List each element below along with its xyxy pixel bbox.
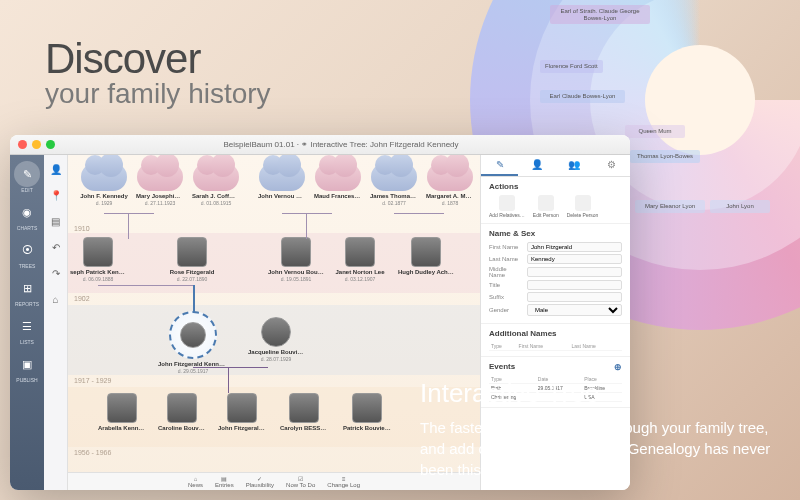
bottom-tab[interactable]: ✓Plausibility bbox=[246, 475, 274, 488]
bottom-tab[interactable]: ≡Change Log bbox=[327, 476, 360, 488]
person-card[interactable]: Jacqueline Bouvier (Kenn… d. 28.07.1929 bbox=[248, 317, 304, 362]
person-card[interactable]: Carolyn BESSETTE bbox=[280, 393, 328, 432]
sidebar-publish[interactable]: ▣ bbox=[14, 351, 40, 377]
inspector-name-sex: Name & Sex First Name Last Name Middle N… bbox=[481, 224, 630, 324]
first-name-input[interactable] bbox=[527, 242, 622, 252]
tool-undo-icon[interactable]: ↶ bbox=[48, 239, 64, 255]
gen-label: 1902 bbox=[74, 295, 90, 302]
person-card[interactable]: Arabella Kennedy bbox=[98, 393, 146, 432]
person-card[interactable]: John Vernou Bouvier I bbox=[258, 163, 306, 200]
person-card[interactable]: Caroline Bouvier Ke… bbox=[158, 393, 206, 432]
action-add-relatives[interactable]: Add Relatives… bbox=[489, 195, 525, 218]
person-card[interactable]: Rose Fitzgerald d. 22.07.1890 bbox=[164, 237, 220, 282]
hero-title: Discover bbox=[45, 35, 271, 83]
inspector-tab-person[interactable]: 👤 bbox=[518, 155, 555, 176]
tool-source-icon[interactable]: ▤ bbox=[48, 213, 64, 229]
inspector-tab-settings[interactable]: ⚙ bbox=[593, 155, 630, 176]
tool-strip: 👤 📍 ▤ ↶ ↷ ⌂ bbox=[44, 155, 68, 490]
fan-person: Earl Claude Bowes-Lyon bbox=[540, 90, 625, 103]
sidebar-reports[interactable]: ⊞ bbox=[14, 275, 40, 301]
sidebar-trees[interactable]: ⦿ bbox=[14, 237, 40, 263]
last-name-input[interactable] bbox=[527, 254, 622, 264]
person-card[interactable]: Hugh Dudley Achincloss bbox=[398, 237, 454, 276]
person-card[interactable]: John Fitzgerald Kennedy JR bbox=[218, 393, 266, 432]
person-card[interactable]: James Thomas Lee d. 02.1877 bbox=[370, 163, 418, 206]
tool-home-icon[interactable]: ⌂ bbox=[48, 291, 64, 307]
bottom-tab[interactable]: ☑Now To Do bbox=[286, 475, 315, 488]
marketing-callout: Interactive Tree The fastest way to navi… bbox=[420, 378, 780, 480]
inspector-tabs: ✎ 👤 👥 ⚙ bbox=[481, 155, 630, 177]
person-card[interactable]: Maud Frances Lee bbox=[314, 163, 362, 200]
person-card[interactable]: John Vernou Bouvier II. d. 19.05.1891 bbox=[268, 237, 324, 282]
titlebar: BeispielBaum 01.01 · ⚭ Interactive Tree:… bbox=[10, 135, 630, 155]
person-card[interactable]: Janet Norton Lee d. 03.12.1907 bbox=[332, 237, 388, 282]
bottom-tab[interactable]: ▤Entries bbox=[215, 475, 234, 488]
fan-person: John Lyon bbox=[710, 200, 770, 213]
main-sidebar: ✎ EDIT ◉ CHARTS ⦿ TREES ⊞ REPORTS ☰ LIST… bbox=[10, 155, 44, 490]
fan-person: Mary Eleanor Lyon bbox=[635, 200, 705, 213]
add-event-icon[interactable]: ⊕ bbox=[614, 362, 622, 372]
window-title: BeispielBaum 01.01 · ⚭ Interactive Tree:… bbox=[60, 140, 622, 149]
sidebar-label: CHARTS bbox=[17, 225, 37, 231]
close-icon[interactable] bbox=[18, 140, 27, 149]
tool-person-icon[interactable]: 👤 bbox=[48, 161, 64, 177]
tool-redo-icon[interactable]: ↷ bbox=[48, 265, 64, 281]
middle-name-input[interactable] bbox=[527, 267, 622, 277]
sidebar-label: LISTS bbox=[20, 339, 34, 345]
fan-person: Florence Ford Scott bbox=[540, 60, 603, 73]
sidebar-label: EDIT bbox=[21, 187, 32, 193]
person-card-selected[interactable]: John Fitzgerald Kennedy d. 29.05.1917 bbox=[158, 311, 228, 374]
gen-label: 1910 bbox=[74, 225, 90, 232]
gender-select[interactable]: Male bbox=[527, 304, 622, 316]
fan-person: Thomas Lyon-Bowes bbox=[630, 150, 700, 163]
sidebar-label: PUBLISH bbox=[16, 377, 37, 383]
gen-label: 1956 - 1966 bbox=[74, 449, 111, 456]
person-card[interactable]: seph Patrick Kennedy d. 06.09.1888 bbox=[70, 237, 126, 282]
sidebar-charts[interactable]: ◉ bbox=[14, 199, 40, 225]
sidebar-label: REPORTS bbox=[15, 301, 39, 307]
person-card[interactable]: Mary Josephine HA… d. 27.11.1923 bbox=[136, 163, 184, 206]
zoom-icon[interactable] bbox=[46, 140, 55, 149]
fan-person: Earl of Strath. Claude George Bowes-Lyon bbox=[550, 5, 650, 24]
title-input[interactable] bbox=[527, 280, 622, 290]
callout-title: Interactive Tree bbox=[420, 378, 780, 409]
sidebar-edit[interactable]: ✎ bbox=[14, 161, 40, 187]
tool-pin-icon[interactable]: 📍 bbox=[48, 187, 64, 203]
suffix-input[interactable] bbox=[527, 292, 622, 302]
inspector-additional-names: Additional Names TypeFirst NameLast Name bbox=[481, 324, 630, 357]
tree-canvas[interactable]: 1910 John F. Kennedy d. 1929 Mary Joseph… bbox=[68, 155, 480, 490]
sidebar-label: TREES bbox=[19, 263, 36, 269]
hero-subtitle: your family history bbox=[45, 78, 271, 110]
minimize-icon[interactable] bbox=[32, 140, 41, 149]
bottom-tab[interactable]: ⌂News bbox=[188, 476, 203, 488]
sidebar-lists[interactable]: ☰ bbox=[14, 313, 40, 339]
person-card[interactable]: Patrick Bouvier Kennedy bbox=[343, 393, 391, 432]
action-edit-person[interactable]: Edit Person bbox=[533, 195, 559, 218]
inspector-actions: Actions Add Relatives… Edit Person Delet… bbox=[481, 177, 630, 224]
action-delete-person[interactable]: Delete Person bbox=[567, 195, 599, 218]
inspector-tab-family[interactable]: 👥 bbox=[556, 155, 593, 176]
fan-person: Queen Mum bbox=[625, 125, 685, 138]
bottom-toolbar: ⌂News ▤Entries ✓Plausibility ☑Now To Do … bbox=[68, 472, 480, 490]
gen-label: 1917 - 1929 bbox=[74, 377, 111, 384]
hero-text: Discover your family history bbox=[45, 35, 271, 110]
callout-body: The fastest way to navigate through your… bbox=[420, 417, 780, 480]
inspector-tab-edit[interactable]: ✎ bbox=[481, 155, 518, 176]
person-card[interactable]: Margaret A. Merritt d. 1878 bbox=[426, 163, 474, 206]
person-card[interactable]: John F. Kennedy d. 1929 bbox=[80, 163, 128, 206]
person-card[interactable]: Sarah J. Coffman d. 01.08.1915 bbox=[192, 163, 240, 206]
